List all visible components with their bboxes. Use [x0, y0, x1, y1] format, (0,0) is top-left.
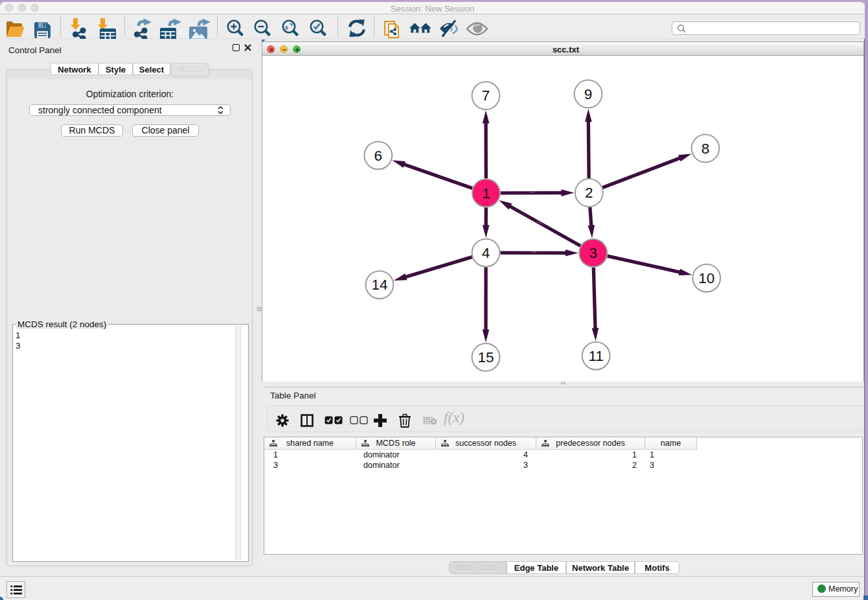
svg-text:9: 9	[584, 86, 593, 102]
svg-text:15: 15	[477, 349, 494, 365]
svg-text:14: 14	[371, 277, 387, 293]
svg-text:8: 8	[702, 141, 710, 157]
svg-text:1: 1	[482, 185, 490, 202]
svg-text:4: 4	[482, 245, 490, 261]
svg-text:7: 7	[482, 87, 490, 104]
svg-text:11: 11	[588, 348, 603, 364]
svg-text:2: 2	[585, 185, 593, 201]
svg-text:6: 6	[374, 148, 383, 164]
svg-text:3: 3	[589, 245, 597, 261]
svg-text:10: 10	[698, 270, 714, 286]
